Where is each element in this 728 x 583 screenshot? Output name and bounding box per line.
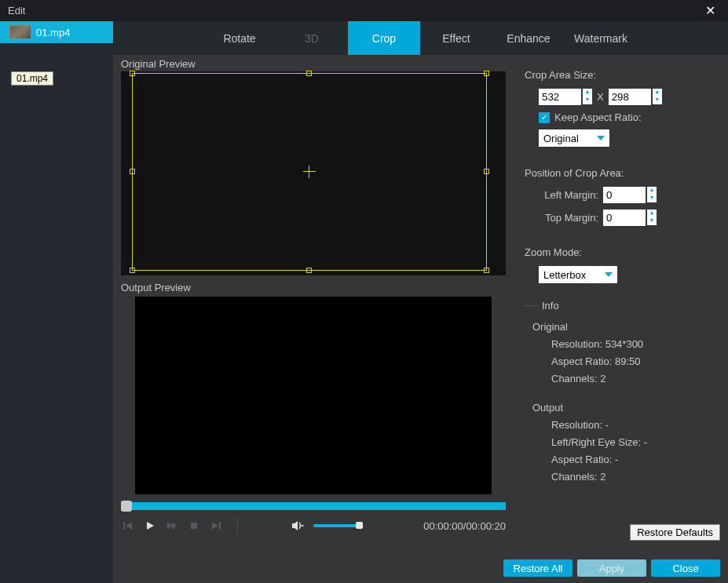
height-spinner[interactable]: ▲▼ bbox=[653, 89, 662, 105]
svg-rect-5 bbox=[191, 523, 197, 529]
crop-handle-bm[interactable] bbox=[306, 268, 312, 273]
info-original-label: Original bbox=[532, 321, 720, 333]
svg-rect-9 bbox=[301, 525, 304, 526]
tab-crop[interactable]: Crop bbox=[348, 21, 420, 55]
svg-marker-1 bbox=[126, 522, 132, 530]
crop-handle-mr[interactable] bbox=[484, 169, 489, 174]
crop-handle-tm[interactable] bbox=[306, 71, 312, 76]
properties-panel: Crop Area Size: ▲▼ X ▲▼ ✓ Keep Aspect Ra… bbox=[514, 55, 728, 553]
volume-icon[interactable] bbox=[291, 519, 305, 533]
keep-aspect-label: Keep Aspect Ratio: bbox=[554, 111, 642, 123]
zoom-select[interactable]: Letterbox bbox=[539, 266, 617, 283]
svg-marker-8 bbox=[292, 521, 298, 530]
sidebar: 01.mp4 01.mp4 bbox=[0, 21, 113, 583]
content-area: Original Preview Output Preview bbox=[113, 55, 728, 553]
crop-center-icon[interactable] bbox=[303, 166, 316, 178]
x-separator: X bbox=[597, 91, 604, 103]
close-button[interactable]: Close bbox=[651, 559, 720, 577]
sidebar-item-label: 01.mp4 bbox=[36, 27, 70, 38]
crop-size-row: ▲▼ X ▲▼ bbox=[539, 89, 720, 105]
footer: Restore All Apply Close bbox=[113, 553, 728, 583]
svg-marker-3 bbox=[167, 522, 172, 530]
zoom-select-row: Letterbox bbox=[539, 266, 720, 283]
restore-all-button[interactable]: Restore All bbox=[503, 559, 573, 577]
main-layout: 01.mp4 01.mp4 Rotate 3D Crop Effect Enha… bbox=[0, 21, 728, 583]
crop-area-size-label: Crop Area Size: bbox=[525, 69, 720, 81]
next-button[interactable] bbox=[209, 519, 223, 533]
aspect-select[interactable]: Original bbox=[539, 129, 609, 147]
left-margin-input[interactable] bbox=[603, 187, 646, 203]
output-preview bbox=[135, 297, 492, 494]
play-button[interactable] bbox=[143, 519, 157, 533]
tab-effect[interactable]: Effect bbox=[420, 21, 492, 55]
svg-marker-4 bbox=[172, 522, 177, 530]
keep-aspect-row: ✓ Keep Aspect Ratio: bbox=[539, 111, 720, 123]
width-spinner[interactable]: ▲▼ bbox=[583, 89, 592, 105]
svg-marker-6 bbox=[212, 522, 218, 530]
crop-handle-bl[interactable] bbox=[130, 268, 135, 273]
info-original-channels: Channels: 2 bbox=[551, 370, 720, 388]
top-margin-spinner[interactable]: ▲▼ bbox=[647, 210, 657, 226]
info-original-aspect: Aspect Ratio: 89:50 bbox=[551, 353, 720, 370]
crop-height-input[interactable] bbox=[609, 89, 651, 105]
chevron-down-icon bbox=[597, 136, 605, 140]
crop-handle-tr[interactable] bbox=[484, 71, 489, 76]
crop-handle-ml[interactable] bbox=[130, 169, 135, 174]
title-bar: Edit ✕ bbox=[0, 0, 728, 21]
crop-width-input[interactable] bbox=[539, 89, 581, 105]
info-original-resolution: Resolution: 534*300 bbox=[551, 336, 720, 353]
time-display: 00:00:00/00:00:20 bbox=[423, 520, 506, 532]
svg-marker-2 bbox=[147, 522, 154, 530]
tab-rotate[interactable]: Rotate bbox=[203, 21, 276, 55]
fast-forward-button[interactable] bbox=[165, 519, 179, 533]
top-margin-input[interactable] bbox=[603, 210, 646, 226]
left-margin-spinner[interactable]: ▲▼ bbox=[647, 187, 657, 203]
keep-aspect-checkbox[interactable]: ✓ bbox=[539, 112, 550, 123]
aspect-select-row: Original bbox=[539, 129, 720, 147]
crop-rectangle[interactable] bbox=[132, 73, 487, 271]
crop-handle-tl[interactable] bbox=[130, 71, 135, 76]
top-margin-label: Top Margin: bbox=[539, 212, 598, 224]
info-output-channels: Channels: 2 bbox=[551, 468, 720, 486]
info-output: Output Resolution: - Left/Right Eye Size… bbox=[532, 402, 720, 486]
svg-rect-0 bbox=[123, 522, 125, 530]
tabs: Rotate 3D Crop Effect Enhance Watermark bbox=[113, 21, 728, 55]
playback-controls: 00:00:00/00:00:20 bbox=[113, 510, 514, 541]
chevron-down-icon bbox=[605, 272, 613, 277]
info-output-resolution: Resolution: - bbox=[551, 417, 720, 434]
crop-handle-br[interactable] bbox=[484, 268, 489, 273]
original-preview-label: Original Preview bbox=[113, 55, 514, 71]
volume-handle[interactable] bbox=[356, 522, 363, 529]
preview-pane: Original Preview Output Preview bbox=[113, 55, 514, 553]
left-margin-row: Left Margin: ▲▼ bbox=[539, 187, 720, 203]
info-original: Original Resolution: 534*300 Aspect Rati… bbox=[532, 321, 720, 388]
restore-defaults-button[interactable]: Restore Defaults bbox=[630, 524, 720, 541]
stop-button[interactable] bbox=[187, 519, 201, 533]
apply-button[interactable]: Apply bbox=[577, 559, 646, 577]
progress-handle[interactable] bbox=[121, 501, 132, 512]
separator bbox=[237, 517, 238, 534]
tab-watermark[interactable]: Watermark bbox=[565, 21, 637, 55]
right-section: Rotate 3D Crop Effect Enhance Watermark … bbox=[113, 21, 728, 583]
info-title: Info bbox=[537, 300, 728, 312]
window-title: Edit bbox=[8, 5, 25, 16]
info-output-eyesize: Left/Right Eye Size: - bbox=[551, 434, 720, 451]
sidebar-item-file[interactable]: 01.mp4 bbox=[0, 21, 113, 43]
info-output-label: Output bbox=[532, 402, 720, 414]
volume-slider[interactable] bbox=[313, 524, 360, 527]
position-label: Position of Crop Area: bbox=[525, 167, 720, 179]
original-preview[interactable] bbox=[121, 71, 506, 275]
close-icon[interactable]: ✕ bbox=[701, 2, 720, 20]
tab-3d[interactable]: 3D bbox=[276, 21, 348, 55]
tab-enhance[interactable]: Enhance bbox=[492, 21, 565, 55]
prev-button[interactable] bbox=[121, 519, 135, 533]
svg-rect-7 bbox=[219, 522, 221, 530]
file-thumb-icon bbox=[9, 25, 31, 39]
zoom-mode-label: Zoom Mode: bbox=[525, 246, 720, 258]
info-output-aspect: Aspect Ratio: - bbox=[551, 451, 720, 468]
progress-slider[interactable] bbox=[121, 502, 506, 510]
tooltip: 01.mp4 bbox=[11, 71, 53, 86]
output-preview-label: Output Preview bbox=[113, 279, 514, 295]
top-margin-row: Top Margin: ▲▼ bbox=[539, 210, 720, 226]
left-margin-label: Left Margin: bbox=[539, 189, 598, 201]
